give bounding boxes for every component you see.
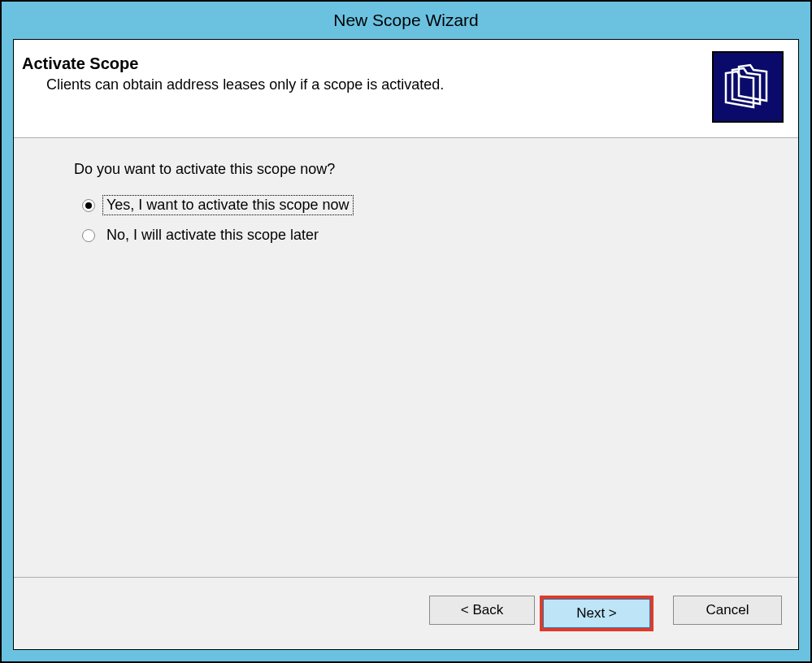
cancel-button[interactable]: Cancel — [673, 596, 782, 625]
window-title: New Scope Wizard — [333, 11, 479, 30]
radio-no-label: No, I will activate this scope later — [103, 226, 322, 245]
wizard-window: New Scope Wizard Activate Scope Clients … — [0, 0, 812, 663]
header-band: Activate Scope Clients can obtain addres… — [14, 40, 798, 138]
header-text: Activate Scope Clients can obtain addres… — [22, 51, 702, 93]
next-button[interactable]: Next > — [543, 599, 650, 628]
titlebar[interactable]: New Scope Wizard — [2, 2, 810, 39]
client-area: Activate Scope Clients can obtain addres… — [13, 39, 799, 650]
question-text: Do you want to activate this scope now? — [74, 161, 741, 178]
footer-buttons: < Back Next > Cancel — [14, 577, 798, 649]
radio-no-input[interactable] — [82, 229, 95, 242]
radio-option-no[interactable]: No, I will activate this scope later — [82, 226, 741, 245]
radio-option-yes[interactable]: Yes, I want to activate this scope now — [82, 196, 741, 214]
page-title: Activate Scope — [22, 54, 702, 73]
back-button[interactable]: < Back — [429, 596, 535, 625]
page-subtitle: Clients can obtain address leases only i… — [22, 76, 702, 93]
next-button-highlight: Next > — [540, 596, 654, 631]
folders-icon — [712, 51, 784, 123]
radio-yes-input[interactable] — [82, 199, 95, 212]
content-area: Do you want to activate this scope now? … — [14, 138, 798, 577]
radio-yes-label: Yes, I want to activate this scope now — [103, 196, 353, 214]
